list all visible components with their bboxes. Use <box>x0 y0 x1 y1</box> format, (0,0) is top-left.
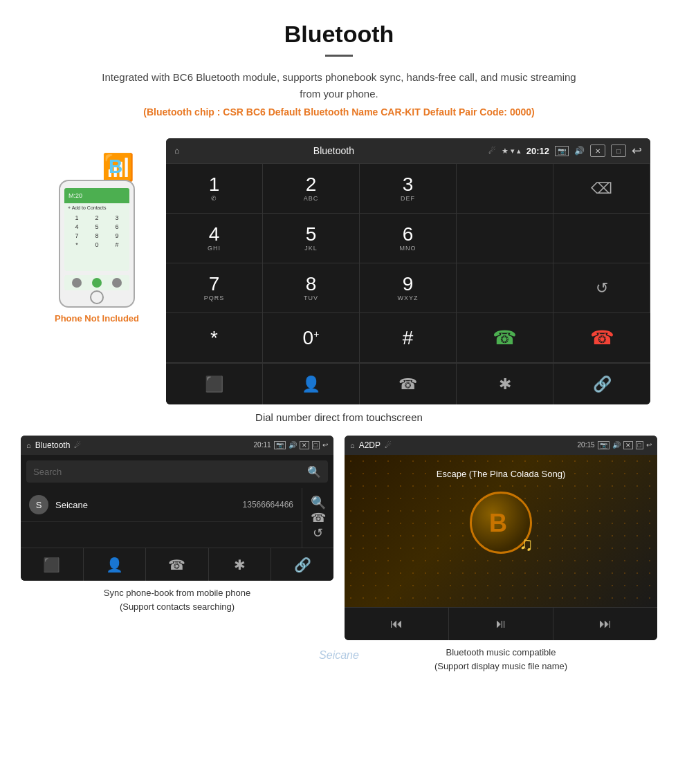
dial-key-0[interactable]: 0+ <box>263 313 360 363</box>
pb-nav-phone[interactable]: ☎ <box>146 548 209 581</box>
close-icon[interactable]: ✕ <box>590 144 605 157</box>
phonebook-caption: Sync phone-book from mobile phone (Suppo… <box>21 586 333 613</box>
dial-key-1[interactable]: 1 ✆ <box>166 164 263 214</box>
phone-body: M:20 + Add to Contacts 1 2 3 4 5 6 7 8 9… <box>59 180 135 308</box>
dial-number-2: 2 ABC <box>304 175 319 202</box>
pb-search-bar[interactable]: Search 🔍 <box>26 460 328 483</box>
dial-key-9[interactable]: 9 WXYZ <box>360 263 457 313</box>
dial-section: ☃ ⬓ 📶 B M:20 + Add to Contacts <box>0 138 678 404</box>
phone-key: 1 <box>67 214 86 222</box>
phone-back-icon <box>72 278 82 288</box>
page-title: Bluetooth <box>14 21 664 48</box>
music-close-icon[interactable]: ✕ <box>623 441 633 449</box>
dial-key-star[interactable]: * <box>166 313 263 363</box>
dial-call-red[interactable]: ☎ <box>553 313 650 363</box>
music-bottom-nav: ⏮ ⏯ ⏭ <box>345 607 657 640</box>
music-caption-line1: Bluetooth music compatible <box>446 647 556 657</box>
dial-empty-3 <box>553 214 650 263</box>
phone-home-button <box>90 290 104 304</box>
pb-contact-row[interactable]: S Seicane 13566664466 <box>21 488 302 522</box>
volume-icon[interactable]: 🔊 <box>574 146 585 156</box>
pb-screen-icon[interactable]: □ <box>312 441 320 449</box>
dial-number-3: 3 DEF <box>401 175 415 202</box>
dial-key-4[interactable]: 4 GHI <box>166 214 263 263</box>
dial-key-7[interactable]: 7 PQRS <box>166 263 263 313</box>
nav-phone[interactable]: ☎ <box>360 364 457 404</box>
music-song-title: Escape (The Pina Colada Song) <box>437 469 565 479</box>
spec-line: (Bluetooth chip : CSR BC6 Default Blueto… <box>14 106 664 118</box>
phone-call-label: M:20 <box>68 192 82 199</box>
phone-key: 4 <box>67 223 86 231</box>
phone-key: 7 <box>67 232 86 240</box>
dial-backspace[interactable]: ⌫ <box>553 164 650 214</box>
phone-key: 6 <box>107 223 127 231</box>
phone-key: * <box>67 241 86 249</box>
pb-back-icon[interactable]: ↩ <box>322 441 328 449</box>
dial-key-3[interactable]: 3 DEF <box>360 164 457 214</box>
dialpad-area: 1 ✆ 2 ABC 3 DEF ⌫ <box>166 163 650 363</box>
music-prev[interactable]: ⏮ <box>345 608 449 640</box>
phonebook-caption-line1: Sync phone-book from mobile phone <box>104 588 250 598</box>
pb-status-right: 20:11 📷 🔊 ✕ □ ↩ <box>254 441 328 449</box>
camera-icon: 📷 <box>555 146 569 156</box>
music-play-pause[interactable]: ⏯ <box>449 608 553 640</box>
phonebook-screen: ⌂ Bluetooth ☄ 20:11 📷 🔊 ✕ □ ↩ Search <box>21 436 333 581</box>
music-time: 20:15 <box>578 441 595 449</box>
search-icon: 🔍 <box>307 465 321 478</box>
dial-empty-4 <box>457 263 553 313</box>
back-icon[interactable]: ↩ <box>632 143 642 158</box>
music-bt-icon: B <box>484 505 518 540</box>
dial-key-hash[interactable]: # <box>360 313 457 363</box>
dial-key-2[interactable]: 2 ABC <box>263 164 360 214</box>
dial-key-6[interactable]: 6 MNO <box>360 214 457 263</box>
dial-key-8[interactable]: 8 TUV <box>263 263 360 313</box>
pb-nav-link[interactable]: 🔗 <box>271 548 333 581</box>
phone-screen: M:20 + Add to Contacts 1 2 3 4 5 6 7 8 9… <box>64 188 129 271</box>
nav-bluetooth[interactable]: ✱ <box>457 364 553 404</box>
pb-contact-name: Seicane <box>55 500 243 510</box>
pb-bottom-nav: ⬛ 👤 ☎ ✱ 🔗 <box>21 548 333 581</box>
music-next[interactable]: ⏭ <box>553 608 657 640</box>
music-note-icon: ♫ <box>519 533 533 555</box>
music-screen-icon[interactable]: □ <box>636 441 643 449</box>
pb-cam-icon: 📷 <box>274 441 286 449</box>
nav-contacts[interactable]: 👤 <box>263 364 360 404</box>
home-icon[interactable]: ⌂ <box>174 146 179 156</box>
pb-nav-dialpad[interactable]: ⬛ <box>21 548 84 581</box>
pb-nav-bluetooth[interactable]: ✱ <box>209 548 272 581</box>
nav-link[interactable]: 🔗 <box>553 364 650 404</box>
phone-not-included-label: Phone Not Included <box>55 313 139 324</box>
statusbar-time: 20:12 <box>526 146 549 156</box>
music-back-icon[interactable]: ↩ <box>646 441 652 449</box>
phone-key: 3 <box>107 214 127 222</box>
pb-refresh-side-icon[interactable]: ↺ <box>313 525 323 541</box>
phone-bottom-bar <box>64 275 129 290</box>
dial-caption: Dial number direct from touchscreen <box>0 411 678 423</box>
phone-key: # <box>107 241 127 249</box>
call-red-icon: ☎ <box>590 326 614 349</box>
bottom-screens-container: ⌂ Bluetooth ☄ 20:11 📷 🔊 ✕ □ ↩ Search <box>0 436 678 673</box>
dial-refresh[interactable]: ↺ <box>553 263 650 313</box>
status-icons: ★ ▾ ▴ <box>502 147 521 156</box>
music-home-icon[interactable]: ⌂ <box>350 441 355 449</box>
phonebook-screen-wrap: ⌂ Bluetooth ☄ 20:11 📷 🔊 ✕ □ ↩ Search <box>21 436 333 673</box>
pb-content-area: S Seicane 13566664466 🔍 ☎ ↺ <box>21 488 333 548</box>
refresh-icon: ↺ <box>596 279 608 297</box>
svg-text:B: B <box>489 509 507 537</box>
pb-home-icon[interactable]: ⌂ <box>26 441 31 449</box>
screen-icon[interactable]: □ <box>611 144 626 157</box>
pb-search-side-icon[interactable]: 🔍 <box>311 495 326 510</box>
dial-empty-2 <box>457 214 553 263</box>
pb-close-icon[interactable]: ✕ <box>300 441 309 449</box>
pb-search-placeholder: Search <box>33 467 62 477</box>
phone-keypad: 1 2 3 4 5 6 7 8 9 * 0 # <box>64 212 129 250</box>
phone-key: 0 <box>87 241 107 249</box>
music-background: Escape (The Pina Colada Song) B ♫ <box>345 455 657 607</box>
phone-call-icon <box>92 278 102 288</box>
pb-nav-contacts[interactable]: 👤 <box>84 548 147 581</box>
dial-call-green[interactable]: ☎ <box>457 313 553 363</box>
dial-key-5[interactable]: 5 JKL <box>263 214 360 263</box>
nav-dialpad[interactable]: ⬛ <box>166 364 263 404</box>
call-green-icon: ☎ <box>493 326 517 349</box>
pb-call-side-icon[interactable]: ☎ <box>311 510 326 525</box>
